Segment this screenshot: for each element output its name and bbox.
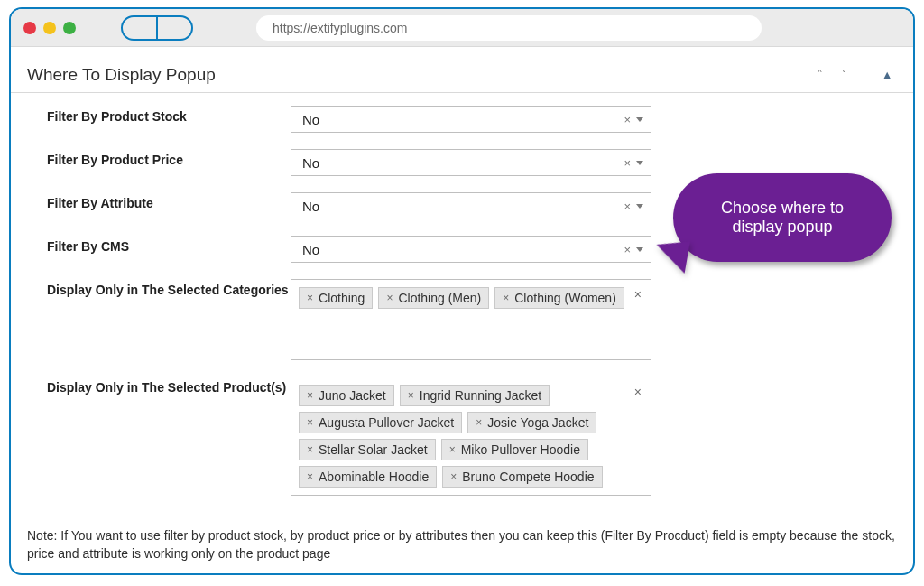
remove-tag-icon[interactable]: × xyxy=(503,292,509,304)
footer-note: Note: If You want to use filter by produ… xyxy=(11,521,913,573)
select-value: No xyxy=(302,199,319,214)
chevron-down-icon xyxy=(636,117,643,122)
tag-label: Augusta Pullover Jacket xyxy=(319,415,454,430)
nav-pill[interactable] xyxy=(121,15,193,41)
tag[interactable]: ×Augusta Pullover Jacket xyxy=(299,412,462,433)
tag-label: Clothing (Men) xyxy=(398,291,481,305)
clear-icon[interactable]: × xyxy=(624,200,631,213)
remove-tag-icon[interactable]: × xyxy=(450,470,457,483)
tag[interactable]: ×Clothing (Women) xyxy=(494,287,624,309)
select-value: No xyxy=(302,155,319,171)
clear-icon[interactable]: × xyxy=(634,385,642,399)
minimize-window-icon[interactable] xyxy=(43,22,56,34)
select-filter-stock[interactable]: No × xyxy=(291,106,651,133)
tag[interactable]: ×Clothing (Men) xyxy=(378,287,489,309)
row-products: Display Only in The Selected Product(s) … xyxy=(47,377,895,496)
tag[interactable]: ×Ingrid Running Jacket xyxy=(400,385,550,406)
multiselect-categories[interactable]: × ×Clothing×Clothing (Men)×Clothing (Wom… xyxy=(291,279,651,360)
close-window-icon[interactable] xyxy=(23,22,36,34)
tag-label: Miko Pullover Hoodie xyxy=(461,442,580,457)
remove-tag-icon[interactable]: × xyxy=(408,389,414,402)
remove-tag-icon[interactable]: × xyxy=(307,443,313,456)
tag-label: Ingrid Running Jacket xyxy=(420,388,541,403)
address-bar[interactable]: https://extifyplugins.com xyxy=(256,15,762,41)
tag[interactable]: ×Josie Yoga Jacket xyxy=(467,412,596,433)
chevron-down-icon xyxy=(636,204,643,209)
chevron-down-icon xyxy=(636,247,643,252)
clear-icon[interactable]: × xyxy=(624,113,631,126)
remove-tag-icon[interactable]: × xyxy=(386,292,393,304)
browser-window: https://extifyplugins.com Where To Displ… xyxy=(9,7,915,575)
select-filter-attribute[interactable]: No × xyxy=(291,192,651,219)
remove-tag-icon[interactable]: × xyxy=(307,292,313,304)
clear-icon[interactable]: × xyxy=(624,243,631,256)
section-header: Where To Display Popup ˄ ˅ ▲ xyxy=(11,47,913,93)
tag[interactable]: ×Juno Jacket xyxy=(299,385,394,406)
label-products: Display Only in The Selected Product(s) xyxy=(47,377,291,395)
clear-icon[interactable]: × xyxy=(634,287,642,302)
select-filter-price[interactable]: No × xyxy=(291,149,651,176)
tag-label: Clothing (Women) xyxy=(514,291,616,305)
remove-tag-icon[interactable]: × xyxy=(307,470,313,483)
section-title: Where To Display Popup xyxy=(27,65,216,85)
prev-icon[interactable]: ˄ xyxy=(811,64,828,86)
tag[interactable]: ×Clothing xyxy=(299,287,373,309)
browser-title-bar: https://extifyplugins.com xyxy=(11,9,913,47)
form-area: Filter By Product Stock No × Filter By P… xyxy=(11,93,913,521)
tag-label: Juno Jacket xyxy=(319,388,386,403)
tag[interactable]: ×Stellar Solar Jacket xyxy=(299,439,436,460)
label-filter-stock: Filter By Product Stock xyxy=(47,106,291,124)
window-controls xyxy=(23,22,76,34)
label-categories: Display Only in The Selected Categories xyxy=(47,279,291,297)
tag-label: Abominable Hoodie xyxy=(319,470,429,484)
label-filter-cms: Filter By CMS xyxy=(47,236,291,254)
section-header-controls: ˄ ˅ ▲ xyxy=(811,63,899,87)
remove-tag-icon[interactable]: × xyxy=(449,443,456,456)
label-filter-attribute: Filter By Attribute xyxy=(47,192,291,210)
tag[interactable]: ×Bruno Compete Hoodie xyxy=(442,466,602,488)
remove-tag-icon[interactable]: × xyxy=(476,416,482,429)
tag-label: Clothing xyxy=(319,291,365,305)
nav-pill-divider xyxy=(156,17,158,39)
remove-tag-icon[interactable]: × xyxy=(307,416,313,429)
chevron-down-icon xyxy=(636,161,643,165)
remove-tag-icon[interactable]: × xyxy=(307,389,313,402)
url-text: https://extifyplugins.com xyxy=(273,21,407,35)
clear-icon[interactable]: × xyxy=(624,156,631,170)
row-categories: Display Only in The Selected Categories … xyxy=(47,279,895,360)
tag-label: Stellar Solar Jacket xyxy=(319,442,428,457)
row-filter-stock: Filter By Product Stock No × xyxy=(47,106,895,133)
tag[interactable]: ×Abominable Hoodie xyxy=(299,466,437,488)
multiselect-products[interactable]: × ×Juno Jacket×Ingrid Running Jacket×Aug… xyxy=(291,377,651,496)
select-filter-cms[interactable]: No × xyxy=(291,236,651,263)
select-value: No xyxy=(302,242,319,257)
label-filter-price: Filter By Product Price xyxy=(47,149,291,167)
select-value: No xyxy=(302,112,319,127)
tag[interactable]: ×Miko Pullover Hoodie xyxy=(441,439,588,460)
tag-label: Bruno Compete Hoodie xyxy=(462,470,594,484)
page-content: Where To Display Popup ˄ ˅ ▲ Filter By P… xyxy=(11,47,913,573)
collapse-icon[interactable]: ▲ xyxy=(875,64,899,86)
divider xyxy=(864,63,864,87)
tag-label: Josie Yoga Jacket xyxy=(487,415,588,430)
maximize-window-icon[interactable] xyxy=(63,22,76,34)
next-icon[interactable]: ˅ xyxy=(836,64,853,86)
callout-bubble: Choose where to display popup xyxy=(673,173,892,262)
row-filter-price: Filter By Product Price No × xyxy=(47,149,895,176)
callout-text: Choose where to display popup xyxy=(697,199,868,237)
